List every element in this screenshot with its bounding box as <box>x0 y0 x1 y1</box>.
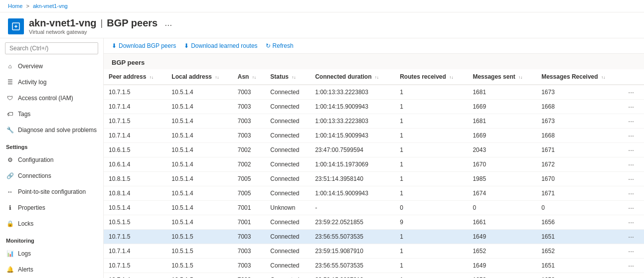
row-context-menu[interactable]: ··· <box>626 262 636 270</box>
sidebar-item-configuration[interactable]: ⚙ Configuration <box>0 152 103 168</box>
cell-status: Connected <box>265 259 310 273</box>
cell-asn: 7003 <box>233 100 266 114</box>
row-context-menu[interactable]: ··· <box>626 132 636 139</box>
cell-local-address: 10.5.1.4 <box>166 201 232 215</box>
breadcrumb-home[interactable]: Home <box>8 3 22 9</box>
cell-row-menu[interactable]: ··· <box>621 114 644 129</box>
refresh-icon: ↻ <box>266 42 271 49</box>
cell-messages-sent: 1681 <box>468 114 536 129</box>
download-routes-icon: ⬇ <box>184 42 189 49</box>
table-row[interactable]: 10.7.1.5 10.5.1.5 7003 Connected 23:56:5… <box>104 230 644 244</box>
table-row[interactable]: 10.5.1.5 10.5.1.4 7001 Connected 23:59:2… <box>104 215 644 230</box>
cell-row-menu[interactable]: ··· <box>621 259 644 273</box>
cell-row-menu[interactable]: ··· <box>621 157 644 172</box>
cell-row-menu[interactable]: ··· <box>621 85 644 100</box>
main-content: ⬇ Download BGP peers ⬇ Download learned … <box>104 38 644 278</box>
table-row[interactable]: 10.6.1.5 10.5.1.4 7002 Connected 23:47:0… <box>104 143 644 157</box>
cell-row-menu[interactable]: ··· <box>621 244 644 259</box>
cell-local-address: 10.5.1.4 <box>166 157 232 172</box>
row-context-menu[interactable]: ··· <box>626 146 636 154</box>
sidebar-label-activity-log: Activity log <box>18 79 46 86</box>
table-row[interactable]: 10.7.1.4 10.5.1.5 7003 Connected 23:59:1… <box>104 273 644 278</box>
cell-row-menu[interactable]: ··· <box>621 143 644 157</box>
table-row[interactable]: 10.5.1.4 10.5.1.4 7001 Unknown - 0 0 0 ·… <box>104 201 644 215</box>
sidebar-item-logs[interactable]: 📊 Logs <box>0 246 103 262</box>
sidebar-item-activity-log[interactable]: ☰ Activity log <box>0 74 103 90</box>
cell-row-menu[interactable]: ··· <box>621 273 644 278</box>
table-row[interactable]: 10.8.1.5 10.5.1.4 7005 Connected 23:51:1… <box>104 172 644 186</box>
resource-name: akn-vnet1-vng <box>29 17 97 29</box>
info-icon: ℹ <box>6 204 14 212</box>
cell-row-menu[interactable]: ··· <box>621 100 644 114</box>
search-input[interactable] <box>5 42 98 54</box>
row-context-menu[interactable]: ··· <box>626 103 636 111</box>
table-row[interactable]: 10.7.1.5 10.5.1.4 7003 Connected 1:00:13… <box>104 114 644 129</box>
sidebar-item-connections[interactable]: 🔗 Connections <box>0 168 103 184</box>
cell-peer-address: 10.6.1.5 <box>104 143 166 157</box>
cell-messages-sent: 1661 <box>468 215 536 230</box>
sidebar-item-diagnose[interactable]: 🔧 Diagnose and solve problems <box>0 122 103 138</box>
row-context-menu[interactable]: ··· <box>626 160 636 168</box>
sidebar-item-access-control[interactable]: 🛡 Access control (IAM) <box>0 90 103 106</box>
cell-local-address: 10.5.1.5 <box>166 259 232 273</box>
sidebar-item-properties[interactable]: ℹ Properties <box>0 200 103 216</box>
cell-status: Connected <box>265 244 310 259</box>
download-bgp-button[interactable]: ⬇ Download BGP peers <box>112 42 176 49</box>
row-context-menu[interactable]: ··· <box>626 276 636 278</box>
cell-status: Connected <box>265 186 310 201</box>
cell-routes-received: 1 <box>395 244 468 259</box>
row-context-menu[interactable]: ··· <box>626 117 636 125</box>
table-row[interactable]: 10.7.1.4 10.5.1.4 7003 Connected 1:00:14… <box>104 100 644 114</box>
cell-messages-sent: 1669 <box>468 100 536 114</box>
cell-asn: 7003 <box>233 230 266 244</box>
col-connected-duration[interactable]: Connected duration ↑↓ <box>310 69 395 85</box>
col-asn[interactable]: Asn ↑↓ <box>233 69 266 85</box>
cell-row-menu[interactable]: ··· <box>621 129 644 143</box>
cell-messages-received: 1672 <box>536 157 621 172</box>
col-messages-received[interactable]: Messages Received ↑↓ <box>536 69 621 85</box>
cell-routes-received: 1 <box>395 143 468 157</box>
sidebar-item-point-to-site[interactable]: ↔ Point-to-site configuration <box>0 184 103 200</box>
refresh-label: Refresh <box>273 42 294 49</box>
col-peer-address[interactable]: Peer address ↑↓ <box>104 69 166 85</box>
table-row[interactable]: 10.7.1.5 10.5.1.5 7003 Connected 23:56:5… <box>104 259 644 273</box>
cell-messages-received: 1652 <box>536 244 621 259</box>
cell-status: Connected <box>265 129 310 143</box>
sidebar-item-locks[interactable]: 🔒 Locks <box>0 216 103 232</box>
row-context-menu[interactable]: ··· <box>626 247 636 255</box>
breadcrumb-resource[interactable]: akn-vnet1-vng <box>33 3 68 9</box>
cell-row-menu[interactable]: ··· <box>621 230 644 244</box>
row-context-menu[interactable]: ··· <box>626 204 636 212</box>
row-context-menu[interactable]: ··· <box>626 218 636 226</box>
row-context-menu[interactable]: ··· <box>626 233 636 241</box>
cell-peer-address: 10.7.1.5 <box>104 85 166 100</box>
cell-row-menu[interactable]: ··· <box>621 215 644 230</box>
cell-row-menu[interactable]: ··· <box>621 201 644 215</box>
col-status[interactable]: Status ↑↓ <box>265 69 310 85</box>
header-dots[interactable]: ... <box>164 18 172 28</box>
cell-row-menu[interactable]: ··· <box>621 172 644 186</box>
cell-row-menu[interactable]: ··· <box>621 186 644 201</box>
table-row[interactable]: 10.7.1.4 10.5.1.5 7003 Connected 23:59:1… <box>104 244 644 259</box>
settings-section-title: Settings <box>0 138 103 152</box>
col-local-address[interactable]: Local address ↑↓ <box>166 69 232 85</box>
cell-connected-duration: - <box>310 201 395 215</box>
cell-status: Connected <box>265 172 310 186</box>
row-context-menu[interactable]: ··· <box>626 88 636 96</box>
col-routes-received[interactable]: Routes received ↑↓ <box>395 69 468 85</box>
cell-routes-received: 1 <box>395 129 468 143</box>
sidebar-item-tags[interactable]: 🏷 Tags <box>0 106 103 122</box>
row-context-menu[interactable]: ··· <box>626 175 636 183</box>
table-row[interactable]: 10.6.1.4 10.5.1.4 7002 Connected 1:00:14… <box>104 157 644 172</box>
table-row[interactable]: 10.8.1.4 10.5.1.4 7005 Connected 1:00:14… <box>104 186 644 201</box>
download-routes-button[interactable]: ⬇ Download learned routes <box>184 42 257 49</box>
sidebar-item-alerts[interactable]: 🔔 Alerts <box>0 262 103 278</box>
sidebar-item-overview[interactable]: ⌂ Overview <box>0 58 103 74</box>
refresh-button[interactable]: ↻ Refresh <box>266 42 294 49</box>
table-row[interactable]: 10.7.1.5 10.5.1.4 7003 Connected 1:00:13… <box>104 85 644 100</box>
row-context-menu[interactable]: ··· <box>626 189 636 197</box>
cell-status: Connected <box>265 215 310 230</box>
col-messages-sent[interactable]: Messages sent ↑↓ <box>468 69 536 85</box>
cell-routes-received: 1 <box>395 100 468 114</box>
table-row[interactable]: 10.7.1.4 10.5.1.4 7003 Connected 1:00:14… <box>104 129 644 143</box>
